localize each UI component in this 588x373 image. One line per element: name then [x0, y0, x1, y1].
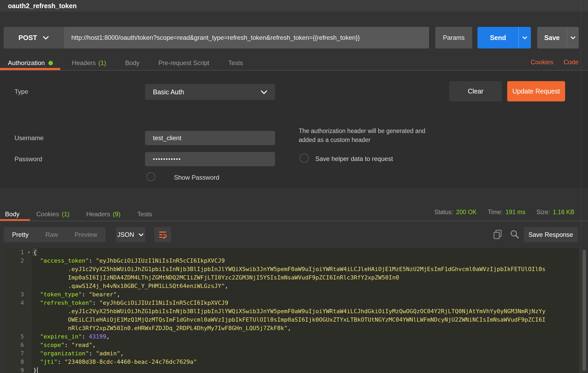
tab-body[interactable]: Body: [125, 59, 139, 67]
code-line: .qawS1Z4j_h4vNx10GBC_Y_PHM1LLSQt64eniWLG…: [4, 282, 579, 290]
line-number: 3: [21, 291, 24, 298]
code-line: 6"scope": "read",: [4, 341, 579, 349]
wrap-text-icon: [158, 230, 167, 239]
authorization-panel: Type Basic Auth Clear Update Request Use…: [0, 71, 588, 188]
auth-type-select[interactable]: Basic Auth: [145, 84, 275, 100]
token-key: "expires_in": [40, 333, 82, 340]
token-plain: :: [82, 291, 89, 298]
send-options-button[interactable]: [519, 27, 531, 48]
chevron-down-icon: [138, 233, 144, 237]
method-label: POST: [18, 34, 37, 42]
code-line: OWEiLCJleHAiOjE1MzQ1MjQzMTQsImF1dGhvcml0…: [4, 316, 579, 324]
token-plain: :: [89, 350, 96, 357]
token-key: "access_token": [40, 257, 89, 264]
auth-type-value: Basic Auth: [153, 88, 184, 96]
response-body-editor[interactable]: 1▾{2"access_token": "eyJhbGciOiJIUzI1NiI…: [4, 248, 579, 373]
format-value: JSON: [117, 231, 134, 238]
code-line: 3"token_type": "bearer",: [4, 290, 579, 299]
line-number-gutter: 6: [4, 341, 31, 349]
code-text: "scope": "read",: [31, 341, 96, 349]
code-link[interactable]: Code: [564, 58, 579, 66]
time-badge: Time: 191 ms: [488, 209, 525, 216]
method-select[interactable]: POST: [4, 27, 64, 48]
search-response-button[interactable]: [510, 229, 520, 240]
tab-authorization[interactable]: Authorization: [8, 59, 53, 67]
username-field[interactable]: test_client: [145, 131, 275, 145]
save-helper-toggle[interactable]: [300, 154, 309, 163]
code-line: .eyJ1c2VyX25hbWUiOiJhZG1pbiIsInNjb3BlIjp…: [4, 265, 579, 273]
request-tabs: AuthorizationHeaders(1)BodyPre-request S…: [0, 56, 493, 70]
auth-helper-note-line1: The authorization header will be generat…: [299, 126, 425, 135]
params-button[interactable]: Params: [435, 27, 472, 48]
view-mode-pretty[interactable]: Pretty: [12, 231, 29, 238]
tab-label: Pre-request Script: [158, 59, 209, 67]
tab-body[interactable]: Body: [5, 210, 19, 218]
copy-response-button[interactable]: [493, 229, 503, 240]
line-number-gutter: 4: [4, 299, 31, 307]
line-number-gutter: [4, 265, 31, 273]
line-number-gutter: 2: [4, 257, 31, 265]
token-key: "organization": [40, 350, 89, 357]
token-str: "eyJhbGciOiJIUzI1NiIsInR5cCI6IkpXVCJ9: [99, 300, 228, 306]
tab-headers[interactable]: Headers(9): [86, 210, 121, 218]
code-text: }: [31, 366, 38, 373]
token-str: "admin": [96, 350, 120, 357]
code-line: 9}: [4, 366, 579, 373]
password-field[interactable]: •••••••••••: [145, 152, 275, 166]
scrollbar-thumb[interactable]: [582, 250, 586, 371]
code-text: "access_token": "eyJhbGciOiJIUzI1NiIsInR…: [31, 257, 225, 265]
line-number: 9: [21, 367, 24, 373]
type-label: Type: [14, 88, 28, 95]
code-line: nRlc3RfY2xpZW50In0.eHRWxFZDJDq_2RDPL4Dhy…: [4, 324, 579, 332]
show-password-toggle[interactable]: [146, 172, 155, 181]
token-plain: ,: [287, 325, 291, 331]
code-text: "jti": "23408d38-8cdc-4460-beac-24c76dc7…: [31, 358, 197, 366]
token-num: 43199: [89, 333, 106, 340]
titlebar: oauth2_refresh_token: [0, 0, 588, 12]
send-button[interactable]: Send: [477, 27, 531, 48]
tab-headers[interactable]: Headers(1): [72, 59, 106, 67]
url-input[interactable]: http://host1:8000/oauth/token?scope=read…: [64, 27, 429, 48]
line-number-gutter: 8: [4, 358, 31, 366]
line-number: 8: [21, 359, 24, 365]
tab-count-badge: (1): [98, 59, 106, 67]
cookies-link[interactable]: Cookies: [531, 58, 554, 66]
chevron-down-icon: [260, 90, 268, 94]
code-line: 5"expires_in": 43199,: [4, 332, 579, 341]
save-options-button[interactable]: [567, 27, 579, 48]
fold-caret-icon[interactable]: ▾: [28, 248, 30, 257]
update-request-button[interactable]: Update Request: [507, 81, 565, 101]
code-text: .eyJ1c2VyX25hbWUiOiJhZG1pbiIsInNjb3BlIjp…: [31, 307, 546, 316]
view-mode-raw[interactable]: Raw: [45, 231, 58, 238]
tab-pre-request-script[interactable]: Pre-request Script: [158, 59, 209, 67]
request-bar: POST http://host1:8000/oauth/token?scope…: [4, 27, 579, 48]
clear-button[interactable]: Clear: [449, 81, 502, 101]
save-helper-label: Save helper data to request: [315, 155, 393, 163]
tab-label: Body: [5, 210, 19, 218]
line-number: 4: [21, 300, 24, 306]
save-button[interactable]: Save: [537, 27, 579, 48]
code-text: OWEiLCJleHAiOjE1MzQ1MjQzMTQsImF1dGhvcml0…: [31, 316, 546, 324]
token-plain: :: [89, 257, 96, 264]
token-str: "bearer": [89, 291, 117, 298]
token-plain: {: [33, 249, 37, 256]
wrap-text-button[interactable]: [154, 227, 171, 242]
save-response-button[interactable]: Save Response: [524, 227, 578, 242]
line-number-gutter: 5: [4, 332, 31, 341]
active-indicator-dot: [48, 61, 53, 65]
token-str: "read": [71, 342, 92, 348]
view-mode-preview[interactable]: Preview: [75, 231, 97, 238]
line-number-gutter: 1▾: [4, 248, 31, 257]
line-number-gutter: [4, 307, 31, 316]
token-key: "scope": [40, 342, 64, 348]
tab-cookies[interactable]: Cookies(1): [36, 210, 69, 218]
code-line: 8"jti": "23408d38-8cdc-4460-beac-24c76dc…: [4, 358, 579, 366]
tab-tests[interactable]: Tests: [137, 210, 152, 218]
token-str: .eyJ1c2VyX25hbWUiOiJhZG1pbiIsInNjb3BlIjp…: [68, 266, 546, 272]
line-number: 5: [21, 333, 24, 340]
token-plain: ,: [92, 342, 96, 348]
line-number: 6: [21, 342, 24, 348]
token-str: .qawS1Z4j_h4vNx10GBC_Y_PHM1LLSQt64eniWLG…: [68, 283, 225, 289]
tab-tests[interactable]: Tests: [228, 59, 243, 67]
format-select[interactable]: JSON: [116, 227, 145, 242]
